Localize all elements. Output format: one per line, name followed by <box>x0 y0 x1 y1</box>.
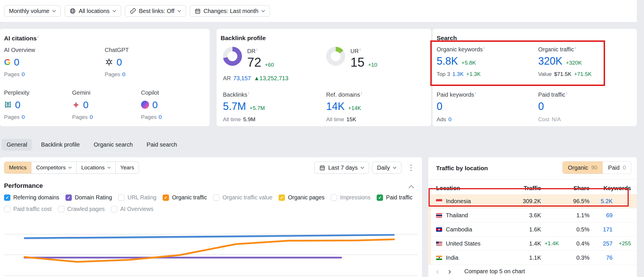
checkbox-url-rating[interactable] <box>118 194 125 201</box>
backlinks-value[interactable]: 5.7M <box>223 100 246 113</box>
gemini-value[interactable]: 0 <box>83 99 89 111</box>
ads-value[interactable]: 0 <box>448 116 452 122</box>
pages-label: Pages <box>4 71 20 77</box>
metric-label: Domain Rating <box>75 194 112 201</box>
more-options-kebab-icon[interactable]: ⋮ <box>407 164 415 172</box>
location-name: Thailand <box>446 212 468 219</box>
segment-years[interactable]: Years <box>115 162 139 173</box>
pages-value[interactable]: 0 <box>22 114 25 120</box>
checkbox-impressions[interactable] <box>331 194 337 201</box>
monthly-volume-filter-button[interactable]: Monthly volume <box>4 5 61 17</box>
location-table-footer: ‹ › Compare top 5 on chart <box>436 267 525 276</box>
pages-value[interactable]: 0 <box>122 71 125 77</box>
keywords-link[interactable]: 76 <box>589 254 613 261</box>
next-page-chevron-icon[interactable]: › <box>448 267 451 276</box>
metric-toggle-referring-domains[interactable]: ✓Referring domains <box>4 194 59 201</box>
segment-competitors[interactable]: Competitors <box>31 162 76 173</box>
column-keywords[interactable]: Keywords <box>589 185 631 192</box>
table-row-cambodia[interactable]: Cambodia 1.6K 0.5% 171 <box>428 222 637 237</box>
pages-value[interactable]: 0 <box>22 71 25 77</box>
info-icon: i <box>37 35 38 39</box>
checkbox-paid-traffic-cost[interactable] <box>4 206 10 212</box>
tab-backlink-profile[interactable]: Backlink profile <box>36 139 85 151</box>
info-icon: i <box>484 46 485 50</box>
metric-toggle-paid-traffic[interactable]: ✓Paid traffic <box>377 194 412 201</box>
top3-delta: +1.3K <box>466 71 481 77</box>
traffic-value: 1.6K <box>506 226 541 233</box>
table-row-indonesia[interactable]: Indonesia 309.2K 96.5% 5.2K <box>428 194 637 208</box>
chatgpt-value[interactable]: 0 <box>117 57 122 68</box>
metric-toggle-domain-rating[interactable]: ✓Domain Rating <box>65 194 112 201</box>
table-row-thailand[interactable]: Thailand 3.6K 1.1% 69 <box>428 208 637 222</box>
collapse-chevron-up-icon[interactable] <box>408 184 414 190</box>
keywords-link[interactable]: 69 <box>589 212 613 219</box>
checkbox-organic-traffic-value[interactable] <box>213 194 219 201</box>
table-row-united-states[interactable]: United States 1.4K +1.4K 0.4% 257 +255 <box>428 237 637 251</box>
metric-toggle-organic-traffic-value[interactable]: Organic traffic value <box>213 194 272 201</box>
metric-toggle-organic-traffic[interactable]: ✓Organic traffic <box>163 194 207 201</box>
url-rating-donut <box>326 47 345 66</box>
organic-traffic-value[interactable]: 320K <box>538 55 562 67</box>
best-links-filter-button[interactable]: Best links: Off <box>125 5 186 17</box>
pages-value[interactable]: 0 <box>159 114 162 120</box>
checkbox-referring-domains[interactable]: ✓ <box>4 194 10 201</box>
metric-toggle-paid-traffic-cost[interactable]: Paid traffic cost <box>4 206 52 212</box>
ref-domains-value[interactable]: 14K <box>326 100 345 113</box>
keywords-delta: +255 <box>613 240 631 247</box>
share-value: 0.4% <box>564 240 589 247</box>
keywords-link[interactable]: 171 <box>589 226 613 233</box>
flag-cambodia-icon <box>436 227 442 232</box>
column-share[interactable]: Share <box>564 185 589 192</box>
segment-locations[interactable]: Locations <box>76 162 115 173</box>
keywords-link[interactable]: 5.2K <box>589 198 613 205</box>
metric-toggle-ai-overviews[interactable]: AI Overviews <box>111 206 153 212</box>
google-icon: G <box>4 58 11 66</box>
checkbox-organic-pages[interactable]: ✓ <box>279 194 285 201</box>
share-value: 0.5% <box>564 226 589 233</box>
date-range-button[interactable]: Last 7 days <box>314 162 369 174</box>
chatgpt-label: ChatGPT <box>105 47 172 53</box>
keywords-link[interactable]: 257 <box>589 240 613 247</box>
granularity-button[interactable]: Daily <box>372 162 401 174</box>
pages-value[interactable]: 0 <box>90 114 93 120</box>
metric-toggle-impressions[interactable]: Impressions <box>331 194 370 201</box>
table-row-india[interactable]: India 1.1K 0.3% 76 <box>428 251 637 265</box>
gemini-label: Gemini <box>72 89 140 96</box>
tab-paid-search[interactable]: Paid search <box>142 139 182 151</box>
paid-keywords-value[interactable]: 0 <box>437 100 442 113</box>
ref-domains-delta: +14K <box>348 105 361 111</box>
ai-overview-value[interactable]: 0 <box>14 57 19 68</box>
flag-indonesia-icon <box>436 199 442 203</box>
metric-toggle-crawled-pages[interactable]: Crawled pages <box>58 206 105 212</box>
column-traffic[interactable]: Traffic <box>506 185 541 192</box>
chart-date-controls: Last 7 days Daily ⋮ <box>314 162 415 174</box>
metric-toggle-organic-pages[interactable]: ✓Organic pages <box>279 194 324 201</box>
paid-traffic-value[interactable]: 0 <box>538 100 544 113</box>
locations-filter-button[interactable]: All locations <box>65 5 121 17</box>
compare-top5-button[interactable]: Compare top 5 on chart <box>464 268 525 275</box>
paid-keywords-stat: Paid keywordsi 0 Ads0 <box>437 91 535 123</box>
column-location[interactable]: Location <box>436 185 506 192</box>
prev-page-chevron-icon[interactable]: ‹ <box>436 267 439 276</box>
performance-chart[interactable] <box>0 218 422 277</box>
checkbox-ai-overviews[interactable] <box>111 206 117 212</box>
toggle-paid[interactable]: Paid 0 <box>602 162 631 174</box>
top3-value[interactable]: 1.3K <box>452 71 463 77</box>
copilot-value[interactable]: 0 <box>152 99 158 111</box>
tab-organic-search[interactable]: Organic search <box>89 139 138 151</box>
ur-delta: +10 <box>368 62 377 68</box>
perplexity-value[interactable]: 0 <box>15 99 20 111</box>
checkbox-paid-traffic[interactable]: ✓ <box>377 194 383 201</box>
checkbox-domain-rating[interactable]: ✓ <box>65 194 72 201</box>
metric-toggle-url-rating[interactable]: URL Rating <box>118 194 156 201</box>
organic-keywords-value[interactable]: 5.8K <box>437 55 458 67</box>
changes-filter-button[interactable]: Changes: Last month <box>190 5 270 17</box>
link-icon <box>130 8 136 14</box>
segment-metrics[interactable]: Metrics <box>4 162 31 173</box>
ar-value[interactable]: 73,157 <box>233 75 251 81</box>
checkbox-organic-traffic[interactable]: ✓ <box>163 194 169 201</box>
checkbox-crawled-pages[interactable] <box>58 206 64 212</box>
info-icon: i <box>566 91 567 95</box>
tab-general[interactable]: General <box>2 139 32 151</box>
toggle-organic[interactable]: Organic 90 <box>563 162 602 174</box>
